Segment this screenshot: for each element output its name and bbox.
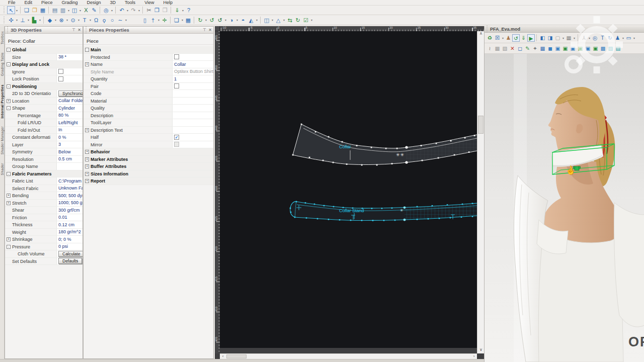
checkbox[interactable] [174, 83, 179, 88]
pin-tool-icon[interactable]: ϙ [100, 16, 108, 24]
property-value-cell[interactable] [56, 68, 83, 75]
flip-vertical-button-icon[interactable]: ◓ [239, 16, 247, 24]
3d-viewport[interactable]: ☝ OP [485, 54, 644, 362]
property-value-cell[interactable]: Defaults [56, 258, 83, 265]
property-value-cell[interactable]: 80 % [56, 112, 83, 119]
layout-windows2-button-icon[interactable]: ▧ [501, 45, 509, 52]
property-value-cell[interactable]: Optitex Button Shirt [172, 68, 213, 75]
rotate-ccw-button-icon[interactable]: ↺ [208, 16, 216, 24]
checkbox[interactable] [174, 54, 179, 59]
text-tool-dropdown-icon[interactable]: ▾ [89, 18, 92, 22]
button-tool-dropdown-icon[interactable]: ▾ [77, 18, 80, 22]
sew-tool-icon[interactable]: ▙ [30, 16, 38, 24]
pin-right-button-icon[interactable]: ▣ [577, 45, 584, 52]
notch-tool-icon[interactable]: Ω [92, 16, 100, 24]
property-value-cell[interactable] [56, 163, 83, 170]
cube-map-button-icon[interactable]: ▩ [599, 45, 607, 52]
undo-button-icon[interactable]: ↶ [118, 6, 126, 14]
excel-export-button-icon[interactable]: X [82, 6, 90, 14]
snapshot-button-icon[interactable]: ◎ [591, 34, 599, 42]
mirror-piece-button-icon[interactable]: ◭ [247, 16, 255, 24]
texture-button-icon[interactable]: ▨ [607, 45, 614, 52]
toolbar-grip[interactable] [3, 7, 6, 14]
measure-tool-icon[interactable]: ✎ [90, 6, 98, 14]
horizontal-scroll-thumb[interactable] [226, 354, 247, 358]
property-value-cell[interactable]: 1000; 500 grf/ [56, 200, 83, 207]
property-value-cell[interactable]: Synchronize [56, 90, 83, 97]
redo-button-dropdown-icon[interactable]: ▾ [137, 9, 141, 12]
property-value-cell[interactable] [172, 134, 213, 141]
balloon-tool-icon[interactable]: ○ [108, 16, 116, 24]
menu-help[interactable]: Help [163, 0, 173, 5]
redo-button-icon[interactable]: ↷ [129, 6, 137, 14]
zoom-tool-dropdown-icon[interactable]: ▾ [110, 9, 114, 12]
new-piece-tool-icon[interactable]: ❏ [173, 16, 181, 24]
window-off-button-icon[interactable]: ▢ [554, 34, 561, 42]
new-file-button-icon[interactable]: ❏ [23, 6, 31, 14]
import-button-dropdown-icon[interactable]: ▾ [181, 9, 185, 12]
vertical-scroll-thumb[interactable] [478, 116, 484, 134]
zoom-tool-icon[interactable]: ◎ [102, 6, 110, 14]
fold-piece-button-icon[interactable]: ◫ [263, 16, 271, 24]
menu-piece[interactable]: Piece [41, 0, 53, 5]
rotate-angle-button-icon[interactable]: ↺ [216, 16, 224, 24]
property-value-cell[interactable] [172, 98, 213, 105]
expand-icon[interactable]: + [85, 128, 89, 132]
property-value-cell[interactable]: Cylinder [56, 105, 83, 112]
dart-tool-dropdown-icon[interactable]: ▾ [54, 18, 57, 22]
flip-horizontal-button-dropdown-icon[interactable]: ▾ [235, 18, 239, 22]
curve-tool-dropdown-icon[interactable]: ▾ [124, 18, 128, 22]
property-value-cell[interactable]: Below [56, 148, 83, 155]
update-piece-button-icon[interactable]: ↻ [294, 16, 302, 24]
rotate-cw-button-icon[interactable]: ↻ [196, 16, 204, 24]
paste-button-icon[interactable]: ❒ [161, 6, 169, 14]
fold-piece-button-dropdown-icon[interactable]: ▾ [271, 18, 274, 22]
tools-button-icon[interactable]: ✦ [531, 45, 539, 52]
property-value-cell[interactable]: 180 gr/m^2 [56, 229, 83, 236]
pin-front-button-icon[interactable]: ▣ [554, 45, 561, 52]
menu-design[interactable]: Design [87, 0, 101, 5]
print-button-icon[interactable]: ▤ [51, 6, 59, 14]
property-value-cell[interactable] [172, 141, 213, 148]
grid-button-icon[interactable]: ▦ [539, 45, 546, 52]
clear-cloth-button-icon[interactable]: ☒ [494, 34, 501, 42]
side-tab-grading-table[interactable]: Grading Table [1, 52, 4, 76]
paint-cloth-button-icon[interactable]: ✎ [524, 45, 531, 52]
defaults-button[interactable]: Defaults [58, 258, 82, 264]
wrap-sphere-button-icon[interactable]: ▣ [592, 45, 599, 52]
pin-icon[interactable]: ⊤ [203, 28, 206, 32]
property-value-cell[interactable] [172, 119, 213, 126]
property-value-cell[interactable] [172, 54, 213, 61]
checkbox[interactable] [58, 69, 63, 74]
uv-button-icon[interactable]: ▤ [614, 45, 622, 52]
property-value-cell[interactable] [56, 75, 83, 82]
expand-icon[interactable]: - [7, 48, 11, 52]
scroll-down-icon[interactable]: ∨ [477, 347, 485, 353]
monitor-button-dropdown-icon[interactable]: ▾ [632, 36, 636, 40]
property-value-cell[interactable]: Collar [172, 61, 213, 68]
expand-icon[interactable]: - [7, 62, 11, 66]
property-value-cell[interactable]: C:\Program Fi [56, 177, 83, 185]
expand-icon[interactable]: + [7, 201, 11, 205]
mirror-piece-button-dropdown-icon[interactable]: ▾ [255, 18, 259, 22]
remove-stitch-button-icon[interactable]: ✕ [509, 45, 516, 52]
pattern-piece-collar[interactable]: Collar ✳✳ [292, 124, 477, 166]
menu-3d[interactable]: 3D [110, 0, 116, 5]
add-point-tool-icon[interactable]: ✛ [160, 16, 169, 24]
expand-icon[interactable]: + [85, 164, 89, 168]
pin-left-button-icon[interactable]: ▣ [569, 45, 577, 52]
expand-icon[interactable]: + [7, 99, 11, 103]
spin-button-icon[interactable]: ↻ [606, 34, 614, 42]
expand-icon[interactable]: + [85, 157, 89, 161]
expand-icon[interactable]: - [7, 84, 11, 88]
rotate-angle-button-dropdown-icon[interactable]: ▾ [224, 18, 227, 22]
property-value-cell[interactable]: 300 grf/cm [56, 207, 83, 214]
expand-icon[interactable]: - [7, 245, 11, 249]
expand-icon[interactable]: + [7, 237, 11, 241]
synchronize-button[interactable]: Synchronize [58, 90, 83, 97]
side-tab-internal-properties[interactable]: Internal Properties [1, 84, 4, 119]
property-value-cell[interactable]: 1 [172, 75, 213, 82]
walk-pieces-button-icon[interactable]: △ [274, 16, 282, 24]
expand-icon[interactable]: - [7, 106, 11, 110]
check-piece-button-icon[interactable]: ☑ [302, 16, 310, 24]
